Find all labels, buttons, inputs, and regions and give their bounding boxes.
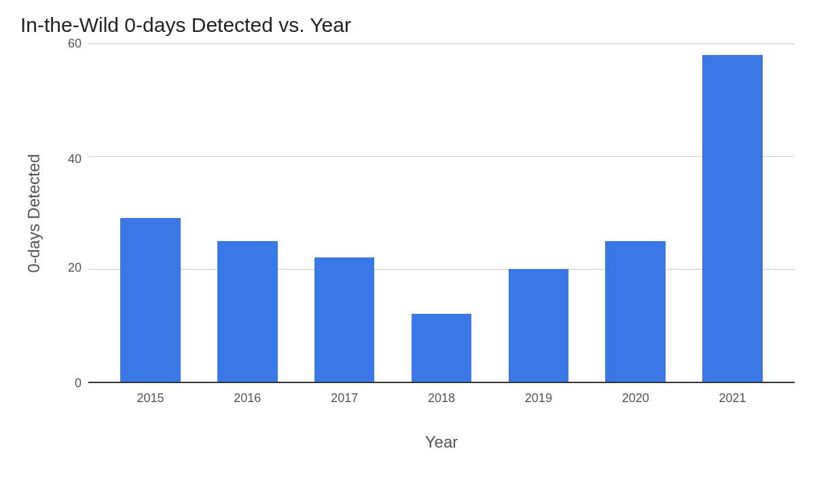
chart-title: In-the-Wild 0-days Detected vs. Year — [20, 14, 795, 37]
y-tick: 60 — [48, 37, 82, 50]
bar-slot — [296, 43, 393, 382]
y-axis-ticks: 60 40 20 0 — [48, 43, 88, 383]
y-axis-label: 0-days Detected — [24, 154, 43, 273]
x-tick: 2019 — [490, 391, 587, 406]
bars-group — [88, 43, 795, 382]
bar-2015 — [120, 218, 181, 382]
x-tick: 2015 — [102, 391, 199, 406]
bar-2019 — [509, 269, 569, 382]
bar-2021 — [702, 55, 763, 382]
bar-slot — [684, 43, 781, 382]
x-axis-ticks: 2015 2016 2017 2018 2019 2020 2021 — [88, 391, 795, 406]
y-tick: 0 — [48, 377, 82, 389]
bar-2020 — [605, 241, 666, 382]
x-tick: 2016 — [199, 391, 296, 406]
chart-body: 0-days Detected 60 40 20 0 — [20, 43, 795, 465]
bar-slot — [490, 43, 587, 382]
x-tick: 2018 — [393, 391, 490, 406]
x-tick: 2021 — [684, 391, 781, 406]
y-tick: 20 — [48, 262, 82, 274]
x-tick: 2020 — [587, 391, 684, 406]
plot-wrap: 60 40 20 0 — [48, 43, 795, 465]
bar-slot — [393, 43, 490, 382]
bar-slot — [587, 43, 684, 382]
bar-slot — [102, 43, 199, 382]
bar-2017 — [314, 257, 375, 382]
bar-2016 — [217, 241, 278, 382]
y-axis-label-wrap: 0-days Detected — [20, 43, 48, 383]
chart-container: In-the-Wild 0-days Detected vs. Year 0-d… — [0, 0, 815, 504]
x-tick: 2017 — [296, 391, 393, 406]
y-tick: 40 — [48, 153, 82, 165]
plot-area — [88, 43, 795, 383]
bar-slot — [199, 43, 296, 382]
x-axis-label: Year — [88, 433, 795, 452]
bar-2018 — [412, 314, 472, 382]
plot-row: 60 40 20 0 — [48, 43, 795, 383]
